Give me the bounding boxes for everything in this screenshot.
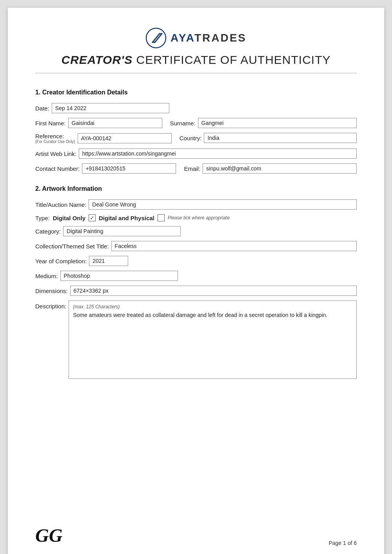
- collection-row: Collection/Themed Set Title: Faceless: [35, 241, 357, 251]
- footer: GG Page 1 of 6: [35, 525, 357, 546]
- cert-title: CREATOR'S CERTIFICATE OF AUTHENTICITY: [62, 53, 331, 67]
- surname-field[interactable]: Gangmei: [198, 118, 357, 128]
- reference-label: Reference: (For Curator Use Only): [35, 133, 75, 144]
- title-label: Title/Auction Name:: [35, 201, 86, 208]
- type-digital-only: Digital Only: [53, 215, 85, 221]
- logo-icon: [145, 27, 167, 49]
- checkbox-digital-only[interactable]: ✓: [89, 214, 96, 221]
- medium-field[interactable]: Photoshop: [60, 271, 178, 281]
- logo-area: AYATRADES: [145, 27, 247, 49]
- reference-row: Reference: (For Curator Use Only) AYA-00…: [35, 133, 357, 144]
- description-hint: (max. 125 Characters): [73, 304, 352, 310]
- category-label: Category:: [35, 228, 61, 235]
- header: AYATRADES CREATOR'S CERTIFICATE OF AUTHE…: [35, 27, 357, 85]
- date-field[interactable]: Sep 14 2022: [52, 103, 169, 113]
- collection-label: Collection/Themed Set Title:: [35, 243, 109, 250]
- logo-text: AYATRADES: [171, 32, 247, 44]
- title-divider: [35, 73, 357, 73]
- description-label: Description:: [35, 301, 66, 310]
- contact-field[interactable]: +918413020515: [82, 163, 176, 174]
- logo-aya: AYA: [171, 32, 194, 44]
- category-row: Category: Digital Painting: [35, 226, 357, 236]
- email-label: Email:: [184, 165, 200, 172]
- dimensions-field[interactable]: 6724×3362 px: [70, 286, 357, 296]
- country-label: Country:: [180, 135, 202, 141]
- reference-col: Reference: (For Curator Use Only) AYA-00…: [35, 133, 172, 144]
- firstname-col: First Name: Gaisindai: [35, 118, 162, 128]
- contact-col: Contact Number: +918413020515: [35, 163, 176, 174]
- medium-row: Medium: Photoshop: [35, 271, 357, 281]
- collection-field[interactable]: Faceless: [111, 241, 357, 251]
- date-row: Date: Sep 14 2022: [35, 103, 357, 113]
- description-text: Some amateurs were treated as collateral…: [73, 312, 352, 318]
- description-row: Description: (max. 125 Characters) Some …: [35, 301, 357, 379]
- reference-field[interactable]: AYA-000142: [78, 133, 172, 143]
- firstname-field[interactable]: Gaisindai: [68, 118, 162, 128]
- section-artwork: 2. Artwork Information Title/Auction Nam…: [35, 185, 357, 379]
- weblink-label: Artist Web Link:: [35, 150, 76, 157]
- checkbox-digital-physical[interactable]: [158, 214, 165, 221]
- surname-col: Surname: Gangmei: [170, 118, 357, 128]
- section-creator: 1. Creator Identification Details Date: …: [35, 89, 357, 174]
- category-field[interactable]: Digital Painting: [63, 226, 181, 236]
- name-row: First Name: Gaisindai Surname: Gangmei: [35, 118, 357, 128]
- cert-title-bold: CREATOR'S: [62, 53, 133, 66]
- title-row: Title/Auction Name: Deal Gone Wrong: [35, 199, 357, 210]
- dimensions-row: Dimensions: 6724×3362 px: [35, 286, 357, 296]
- title-field[interactable]: Deal Gone Wrong: [89, 199, 357, 210]
- country-field[interactable]: India: [204, 133, 357, 143]
- email-col: Email: sinpu.wolf@gmail.com: [184, 163, 357, 174]
- description-field[interactable]: (max. 125 Characters) Some amateurs were…: [69, 301, 357, 379]
- type-row: Type: Digital Only ✓ Digital and Physica…: [35, 214, 357, 221]
- cert-title-rest: CERTIFICATE OF AUTHENTICITY: [132, 53, 330, 66]
- signature: GG: [35, 525, 62, 546]
- certificate-page: AYATRADES CREATOR'S CERTIFICATE OF AUTHE…: [8, 8, 384, 554]
- surname-label: Surname:: [170, 120, 196, 127]
- year-row: Year of Completion: 2021: [35, 256, 357, 266]
- logo-trades: TRADES: [194, 32, 247, 44]
- dimensions-label: Dimensions:: [35, 288, 68, 294]
- country-col: Country: India: [180, 133, 357, 143]
- type-hint: Please tick where appropriate: [168, 215, 230, 221]
- weblink-field[interactable]: https://www.artstation.com/singangmei: [79, 148, 357, 159]
- email-field[interactable]: sinpu.wolf@gmail.com: [203, 163, 357, 174]
- year-label: Year of Completion:: [35, 258, 87, 264]
- page-number: Page 1 of 6: [328, 540, 357, 546]
- contact-label: Contact Number:: [35, 165, 80, 172]
- date-label: Date:: [35, 105, 49, 112]
- section1-heading: 1. Creator Identification Details: [35, 89, 357, 96]
- section2-heading: 2. Artwork Information: [35, 185, 357, 192]
- firstname-label: First Name:: [35, 120, 66, 127]
- contact-row: Contact Number: +918413020515 Email: sin…: [35, 163, 357, 174]
- type-label: Type:: [35, 215, 50, 221]
- year-field[interactable]: 2021: [89, 256, 128, 266]
- weblink-row: Artist Web Link: https://www.artstation.…: [35, 148, 357, 159]
- medium-label: Medium:: [35, 273, 58, 279]
- type-digital-physical: Digital and Physical: [99, 215, 154, 221]
